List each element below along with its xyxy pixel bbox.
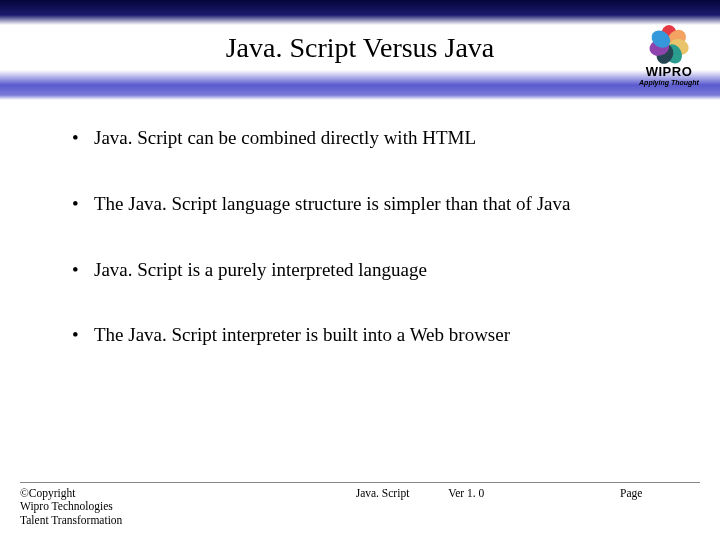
wipro-logo: WIPRO Applying Thought [632, 18, 706, 92]
footer-doc-name: Java. Script [356, 487, 410, 499]
footer-page-label: Page [620, 487, 700, 528]
footer-copyright-line: Wipro Technologies [20, 500, 220, 514]
footer-copyright: ©Copyright Wipro Technologies Talent Tra… [20, 487, 220, 528]
footer-center: Java. Script Ver 1. 0 [220, 487, 620, 528]
bullet-list: Java. Script can be combined directly wi… [68, 126, 658, 389]
bullet-item: Java. Script can be combined directly wi… [68, 126, 658, 150]
bullet-item: The Java. Script interpreter is built in… [68, 323, 658, 347]
footer-version: Ver 1. 0 [448, 487, 484, 499]
bullet-item: The Java. Script language structure is s… [68, 192, 658, 216]
logo-brand-text: WIPRO [646, 64, 693, 79]
footer-divider [20, 482, 700, 483]
bullet-item: Java. Script is a purely interpreted lan… [68, 258, 658, 282]
footer-copyright-line: ©Copyright [20, 487, 220, 501]
slide-footer: ©Copyright Wipro Technologies Talent Tra… [20, 482, 700, 528]
footer-copyright-line: Talent Transformation [20, 514, 220, 528]
slide-title: Java. Script Versus Java [0, 32, 720, 64]
logo-flower-icon [650, 24, 688, 62]
logo-tagline-text: Applying Thought [639, 79, 699, 86]
